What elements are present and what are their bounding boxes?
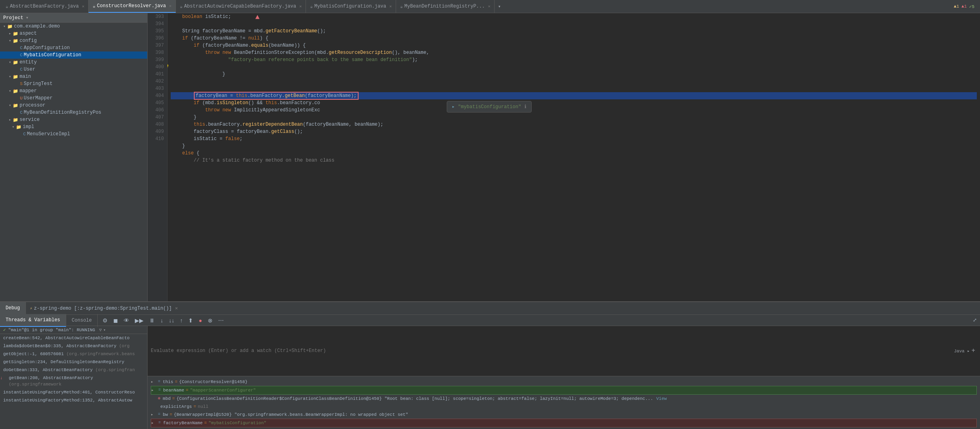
thread-filter-btn[interactable]: ▽ bbox=[97, 327, 103, 332]
close-tab-1[interactable]: ✕ bbox=[82, 4, 84, 9]
tab-mybatis-config[interactable]: ☕ MybatisConfiguration.java ✕ bbox=[306, 0, 396, 13]
debug-subtabs: Threads & Variables Console ⚙ ◼ 👁 ▶▶ ⏸ ↓… bbox=[0, 315, 980, 326]
code-line-406: factoryClass = factoryBean.getClass(); bbox=[171, 128, 977, 135]
add-watch-btn[interactable]: + bbox=[970, 347, 977, 354]
stack-frame-getbean[interactable]: ↓ getBean:208, AbstractBeanFactory (org.… bbox=[0, 374, 147, 388]
tree-item-com-example[interactable]: ▾ 📁 com.example.demo bbox=[0, 23, 147, 30]
var-beanname[interactable]: ▸ = beanName = "mapperScannerConfigurer" bbox=[151, 386, 977, 395]
code-lines: ▲ boolean isStatic; String factoryBeanNa… bbox=[168, 13, 980, 301]
debug-pause-btn[interactable]: ⏸ bbox=[148, 316, 156, 324]
debug-subtab-threads[interactable]: Threads & Variables bbox=[0, 314, 66, 327]
close-tab-5[interactable]: ✕ bbox=[488, 4, 490, 9]
debug-subtab-console[interactable]: Console bbox=[66, 314, 98, 327]
tree-item-config[interactable]: ▾ 📁 config bbox=[0, 37, 147, 44]
thread-filter-arrow[interactable]: ▾ bbox=[103, 328, 106, 332]
thread-filter-label: "main"@1 in group "main": RUNNING bbox=[8, 328, 95, 332]
debug-session-close[interactable]: ✕ bbox=[175, 305, 178, 311]
class-icon-mybatis: C bbox=[20, 53, 23, 57]
tooltip-info-icon[interactable]: ℹ bbox=[525, 104, 526, 110]
debug-stop-btn[interactable]: ◼ bbox=[112, 316, 120, 324]
stack-frame-instantiate2[interactable]: instantiateUsingFactoryMethod:1352, Abst… bbox=[0, 396, 147, 404]
tab-label-3: AbstractAutowireCapableBeanFactory.java bbox=[184, 4, 296, 9]
frame-text: getObject:-1, 680576081 (org.springframe… bbox=[3, 351, 135, 357]
tree-item-mybean-def[interactable]: C MyBeanDefinitionRegistryPos bbox=[0, 109, 147, 116]
frame-text: getSingleton:234, DefaultSingletonBeanRe… bbox=[3, 359, 124, 365]
java-icon-4: ☕ bbox=[310, 4, 313, 9]
close-tab-3[interactable]: ✕ bbox=[299, 4, 302, 9]
debug-step-over-btn[interactable]: ↓ bbox=[159, 316, 165, 324]
tree-item-main[interactable]: ▾ 📁 main bbox=[0, 73, 147, 80]
eval-input[interactable] bbox=[151, 348, 951, 354]
folder-icon-mapper: 📁 bbox=[13, 89, 18, 94]
tree-label-aspect: aspect bbox=[20, 31, 37, 36]
tree-item-mybatis[interactable]: C MybatisConfiguration bbox=[0, 51, 147, 59]
code-line-399: "factory-bean reference points back to t… bbox=[171, 56, 977, 63]
thread-red-arrow-icon: ↓ bbox=[0, 375, 3, 381]
debug-run-to-btn[interactable]: ⬆ bbox=[187, 316, 195, 324]
var-expand-icon: ▸ bbox=[151, 379, 156, 385]
debug-mute-btn[interactable]: ● bbox=[197, 316, 203, 324]
close-tab-2[interactable]: ✕ bbox=[169, 4, 172, 8]
debug-clear-btn[interactable]: ⊗ bbox=[206, 316, 214, 324]
tree-item-service[interactable]: ▸ 📁 service bbox=[0, 116, 147, 123]
tree-item-user[interactable]: C User bbox=[0, 66, 147, 73]
code-line-402: if (mbd.isSingleton() && this.beanFactor… bbox=[171, 99, 977, 107]
debug-step-into-btn[interactable]: ↓↓ bbox=[167, 316, 176, 324]
var-this-beanfactory[interactable]: ▸ ○○ this.beanFactory = {DefaultListable… bbox=[151, 427, 977, 429]
debug-view-btn[interactable]: 👁 bbox=[122, 316, 131, 324]
debug-more-btn[interactable]: ⋯ bbox=[217, 316, 225, 324]
stack-frame-lambda[interactable]: lambda$doGetBean$0:335, AbstractBeanFact… bbox=[0, 342, 147, 350]
tab-bar: ☕ AbstractBeanFactory.java ✕ ☕ Construct… bbox=[0, 0, 980, 13]
close-tab-4[interactable]: ✕ bbox=[389, 4, 392, 9]
var-explicitargs[interactable]: explicitArgs = null bbox=[151, 403, 977, 411]
var-type-icon: = bbox=[158, 379, 160, 385]
stack-frame-createbean[interactable]: createBean:542, AbstractAutowireCapableB… bbox=[0, 334, 147, 342]
tooltip-expand-arrow[interactable]: ▸ bbox=[452, 104, 455, 110]
var-mbd[interactable]: ⊗ mbd = {ConfigurationClassBeanDefinitio… bbox=[151, 395, 977, 403]
tab-abstract-autowire[interactable]: ☕ AbstractAutowireCapableBeanFactory.jav… bbox=[176, 0, 306, 13]
debug-body: ✓ "main"@1 in group "main": RUNNING ▽ ▾ … bbox=[0, 326, 980, 429]
debug-tab-label[interactable]: Debug bbox=[0, 302, 26, 315]
stack-frame-getobject[interactable]: getObject:-1, 680576081 (org.springframe… bbox=[0, 350, 147, 358]
code-line-401: factoryBean = this.beanFactory.getBean(f… bbox=[171, 92, 977, 99]
tree-item-aspect[interactable]: ▸ 📁 aspect bbox=[0, 30, 147, 37]
tree-label-entity: entity bbox=[20, 59, 37, 65]
stack-frame-getsingleton[interactable]: getSingleton:234, DefaultSingletonBeanRe… bbox=[0, 358, 147, 366]
var-type-icon-beanname: = bbox=[158, 387, 161, 393]
lightbulb-icon[interactable]: 💡 bbox=[168, 63, 170, 71]
tree-item-app-config[interactable]: C AppConfiguration bbox=[0, 44, 147, 51]
debug-resume-btn[interactable]: ▶▶ bbox=[133, 316, 145, 324]
project-sidebar: Project ▾ ▾ 📁 com.example.demo ▸ 📁 aspec… bbox=[0, 13, 148, 301]
tree-item-mapper[interactable]: ▾ 📁 mapper bbox=[0, 87, 147, 95]
tree-item-impl[interactable]: ▾ 📁 impl bbox=[0, 123, 147, 130]
tab-abstract-bean-factory[interactable]: ☕ AbstractBeanFactory.java ✕ bbox=[2, 0, 89, 13]
thread-check-icon: ✓ bbox=[3, 327, 6, 332]
tree-label-app: AppConfiguration bbox=[24, 45, 70, 51]
var-bw[interactable]: ▸ = bw = {BeanWrapperImpl@1520} "org.spr… bbox=[151, 411, 977, 419]
tab-label-5: MyBeanDefinitionRegistryP... bbox=[404, 4, 485, 9]
tree-item-menuservice[interactable]: C MenuServiceImpl bbox=[0, 130, 147, 138]
tree-item-processor[interactable]: ▾ 📁 processor bbox=[0, 102, 147, 109]
var-expand-factorybean: ▸ bbox=[151, 420, 157, 426]
code-line-393: boolean isStatic; bbox=[171, 13, 977, 20]
tab-my-bean-def[interactable]: ☕ MyBeanDefinitionRegistryP... ✕ bbox=[396, 0, 495, 13]
stack-frame-dogetbean[interactable]: doGetBean:333, AbstractBeanFactory (org.… bbox=[0, 366, 147, 374]
tab-constructor-resolver[interactable]: ☕ ConstructorResolver.java ✕ bbox=[89, 0, 175, 13]
tree-item-entity[interactable]: ▾ 📁 entity bbox=[0, 59, 147, 66]
var-expand-bw: ▸ bbox=[151, 411, 156, 418]
tree-item-usermapper[interactable]: U UserMapper bbox=[0, 95, 147, 102]
view-link-mbd[interactable]: View bbox=[656, 395, 666, 402]
code-line-410: // It's a static factory method on the b… bbox=[171, 157, 977, 164]
debug-step-out-btn[interactable]: ↑ bbox=[178, 316, 184, 324]
stack-frame-instantiate1[interactable]: instantiateUsingFactoryMethod:401, Const… bbox=[0, 388, 147, 396]
red-arrow-up: ▲ bbox=[255, 13, 260, 21]
debug-resize-btn[interactable]: ⤢ bbox=[973, 317, 980, 323]
tree-item-springtest[interactable]: S SpringTest bbox=[0, 80, 147, 87]
var-factorybeanname[interactable]: ▸ = factoryBeanName = "mybatisConfigurat… bbox=[151, 419, 977, 427]
threads-panel: ✓ "main"@1 in group "main": RUNNING ▽ ▾ … bbox=[0, 326, 148, 429]
debug-settings-btn[interactable]: ⚙ bbox=[101, 316, 109, 324]
folder-icon-processor: 📁 bbox=[13, 103, 18, 108]
var-this[interactable]: ▸ = this = {ConstructorResolver@1458} bbox=[151, 378, 977, 386]
tab-overflow-btn[interactable]: ▾ bbox=[495, 2, 504, 11]
sidebar-collapse-icon[interactable]: ▾ bbox=[26, 15, 28, 21]
